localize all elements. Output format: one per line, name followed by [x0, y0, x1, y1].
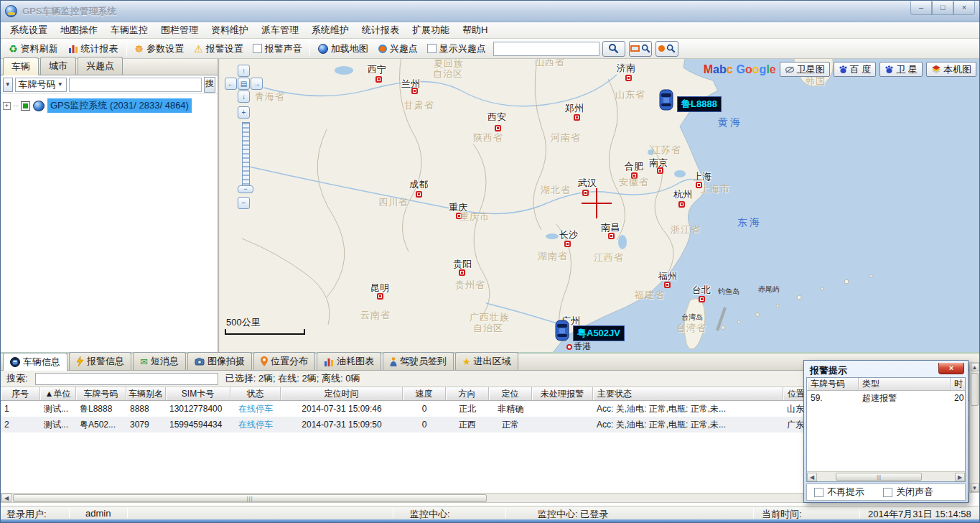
show-poi-checkbox[interactable] [427, 44, 437, 53]
pan-right-button[interactable]: → [251, 78, 263, 90]
menu-vehicle-monitor[interactable]: 车辆监控 [104, 22, 154, 39]
show-poi-toggle[interactable]: 显示兴趣点 [423, 42, 490, 55]
poi-button[interactable]: 兴趣点 [373, 40, 423, 57]
scrollbar-thumb[interactable]: ||| [836, 473, 922, 481]
menu-extensions[interactable]: 扩展功能 [406, 22, 456, 39]
map-canvas[interactable]: ↑ ← ▤ → ↓ + − − M a b c G o o g l e [220, 59, 980, 353]
column-header[interactable]: 序号 [1, 387, 40, 400]
alarm-sound-toggle[interactable]: 报警声音 [248, 42, 307, 55]
baidu-map-button[interactable]: 百 度 [834, 62, 877, 77]
scroll-left-icon[interactable]: ◀ [807, 473, 817, 481]
alarm-sound-checkbox[interactable] [253, 44, 262, 53]
poi-search-button[interactable] [655, 41, 678, 57]
alarm-settings-button[interactable]: ⚠ 报警设置 [189, 40, 248, 57]
no-prompt-toggle[interactable]: 不再提示 [814, 486, 864, 499]
login-user-value: admin [85, 508, 111, 519]
column-header[interactable]: 定位 [489, 387, 532, 400]
tree-search-input[interactable] [69, 78, 202, 92]
satellite-map-button[interactable]: 卫星图 [780, 62, 830, 77]
column-header[interactable]: ▲单位 [40, 387, 76, 400]
vehicle-plate-label[interactable]: 粤A502JV [573, 325, 625, 341]
zoom-slider-track[interactable] [242, 122, 250, 188]
scroll-left-icon[interactable]: ◀ [1, 494, 11, 502]
tab-location-distribution[interactable]: 位置分布 [253, 352, 315, 370]
close-button[interactable]: × [953, 1, 975, 15]
tab-image-capture[interactable]: 图像拍摄 [187, 352, 252, 370]
scroll-up-icon[interactable]: ▲ [971, 363, 979, 371]
tab-vehicle-info[interactable]: 车辆信息 [3, 353, 67, 371]
no-prompt-checkbox[interactable] [814, 488, 823, 497]
tab-vehicles[interactable]: 车辆 [3, 57, 39, 75]
scrollbar-thumb[interactable]: ||| [13, 494, 487, 502]
menu-fence-management[interactable]: 围栏管理 [154, 22, 205, 39]
pan-center-button[interactable]: ▤ [238, 78, 250, 90]
maximize-button[interactable]: □ [932, 1, 953, 15]
table-search-input[interactable] [35, 373, 218, 385]
column-header[interactable]: SIM卡号 [166, 387, 230, 400]
alarm-popup-titlebar[interactable]: 报警提示 × [806, 363, 966, 377]
filter-dropdown-button[interactable]: ▼ [3, 78, 13, 92]
google-logo-button[interactable]: G o o g l e [737, 63, 776, 76]
column-header[interactable]: 定位时间 [281, 387, 403, 400]
zoom-slider-handle[interactable]: − [238, 185, 253, 193]
vehicle-marker[interactable] [658, 89, 674, 113]
column-header[interactable]: 车辆别名 [126, 387, 166, 400]
menu-map-operations[interactable]: 地图操作 [54, 22, 104, 39]
column-header[interactable]: 状态 [230, 387, 281, 400]
minimize-button[interactable]: – [910, 1, 932, 15]
tree-checkbox[interactable] [21, 101, 30, 111]
menu-system-maintenance[interactable]: 系统维护 [305, 22, 355, 39]
statistics-report-button[interactable]: 统计报表 [63, 40, 123, 57]
menu-data-maintenance[interactable]: 资料维护 [205, 22, 255, 39]
column-header[interactable]: 方向 [446, 387, 489, 400]
search-button[interactable] [602, 41, 625, 57]
column-header[interactable]: 速度 [403, 387, 446, 400]
column-header[interactable]: 主要状态 [593, 387, 783, 400]
pan-up-button[interactable]: ↑ [238, 65, 250, 77]
tab-poi[interactable]: 兴趣点 [78, 57, 123, 75]
pan-down-button[interactable]: ↓ [238, 91, 250, 103]
baidu-satellite-button[interactable]: 卫 星 [879, 62, 923, 77]
tree-search-button[interactable]: 搜 [204, 77, 215, 93]
alarm-row[interactable]: 59. 超速报警 20 [807, 391, 965, 405]
title-bar[interactable]: GPS车辆监控管理系统 – □ × [1, 1, 979, 22]
column-header[interactable]: 车牌号码 [76, 387, 126, 400]
vehicle-plate-label[interactable]: 鲁L8888 [677, 96, 722, 112]
mute-checkbox[interactable] [883, 488, 892, 497]
area-search-button[interactable] [629, 41, 652, 57]
alarm-horizontal-scrollbar[interactable]: ◀ ||| ▶ [807, 471, 965, 481]
refresh-data-button[interactable]: ♻ 资料刷新 [4, 40, 63, 57]
tab-messages[interactable]: ✉ 短消息 [133, 352, 186, 370]
mapabc-logo-button[interactable]: M a b c [704, 63, 733, 76]
load-map-button[interactable]: 加载地图 [313, 40, 373, 57]
pan-left-button[interactable]: ← [225, 78, 237, 90]
mute-toggle[interactable]: 关闭声音 [883, 486, 933, 499]
column-header[interactable]: 未处理报警 [532, 387, 593, 400]
local-map-button[interactable]: 本机图 [926, 62, 976, 77]
tab-fuel-chart[interactable]: 油耗图表 [317, 352, 381, 370]
zoom-out-button[interactable]: − [238, 197, 250, 209]
tab-area-inout[interactable]: ★ 进出区域 [455, 352, 518, 370]
tree-expand-icon[interactable]: + [3, 102, 11, 110]
column-header[interactable]: 车牌号码 [807, 378, 859, 390]
vertical-scrollbar[interactable]: ▲ ▼ [969, 362, 980, 493]
column-header[interactable]: 时 [951, 378, 966, 390]
menu-dispatch[interactable]: 派车管理 [255, 22, 305, 39]
zoom-in-button[interactable]: + [238, 106, 250, 119]
tab-cities[interactable]: 城市 [40, 57, 76, 75]
alarm-close-button[interactable]: × [938, 363, 964, 374]
menu-system-settings[interactable]: 系统设置 [4, 22, 54, 39]
scroll-down-icon[interactable]: ▼ [971, 483, 979, 492]
vehicle-marker[interactable] [554, 320, 570, 343]
tab-alarm-info[interactable]: 报警信息 [69, 352, 131, 370]
scroll-right-icon[interactable]: ▶ [955, 473, 965, 481]
tab-driver-checkin[interactable]: 驾驶员签到 [383, 352, 454, 370]
menu-help[interactable]: 帮助H [456, 22, 494, 39]
column-header[interactable]: 类型 [859, 378, 951, 390]
parameter-settings-button[interactable]: ☸ 参数设置 [130, 40, 190, 57]
toolbar-search-input[interactable] [493, 42, 599, 56]
tree-root-row[interactable]: + GPS监控系统 (2031/ 2833/ 4864) [3, 98, 215, 113]
search-field-combo[interactable]: 车牌号码 ▼ [15, 78, 67, 92]
scrollbar-thumb[interactable] [971, 373, 979, 406]
menu-statistics-report[interactable]: 统计报表 [355, 22, 406, 39]
